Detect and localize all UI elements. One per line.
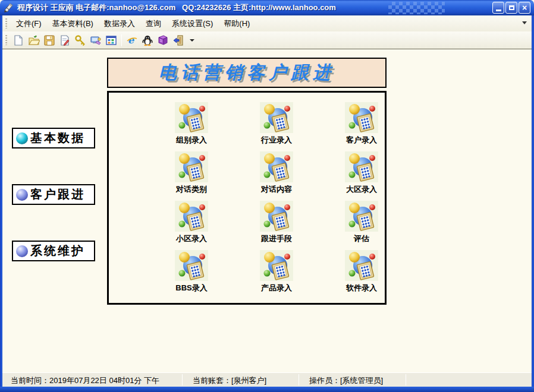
grid-item-label: 对话内容 — [261, 184, 292, 195]
sidebar-button-system-maintenance[interactable]: 系统维护 — [12, 241, 95, 261]
sidebar-button-customer-followup[interactable]: 客户跟进 — [12, 184, 95, 205]
grid-item[interactable]: 软件录入 — [329, 250, 387, 299]
title-bar: 程序设计 王应南 电子邮件:nanhoo@126.com QQ:24232626… — [0, 0, 534, 15]
entry-icon-box — [345, 250, 378, 281]
help-book-icon — [157, 34, 169, 46]
time-label: 当前时间： — [11, 376, 49, 385]
qq-button[interactable] — [140, 33, 155, 48]
save-button[interactable] — [42, 33, 56, 48]
data-entry-icon — [347, 103, 376, 132]
operator-value: [系统管理员] — [340, 376, 383, 385]
system-config-icon — [90, 34, 102, 46]
exit-button[interactable] — [171, 33, 186, 48]
open-folder-button[interactable] — [27, 33, 41, 48]
data-entry-icon — [177, 251, 206, 280]
sidebar-button-label: 系统维护 — [30, 243, 85, 259]
menu-item[interactable]: 查询 — [140, 16, 167, 31]
grid-item[interactable]: 对话类别 — [159, 151, 224, 201]
status-separator — [182, 374, 183, 385]
window-title: 程序设计 王应南 电子邮件:nanhoo@126.com QQ:24232626… — [17, 2, 336, 13]
grid-item-label: BBS录入 — [175, 283, 207, 293]
status-current-time: 当前时间：2019年07月22日 04时01分 下午 — [11, 375, 159, 386]
sphere-icon — [16, 245, 28, 257]
banner: 电话营销客户跟进 — [107, 58, 387, 88]
open-folder-icon — [28, 34, 40, 46]
grid-item[interactable]: 行业录入 — [244, 102, 309, 151]
menu-item[interactable]: 基本资料(B) — [47, 16, 99, 31]
sidebar-button-basic-data[interactable]: 基本数据 — [12, 128, 95, 148]
grid-item[interactable]: 组别录入 — [159, 102, 224, 151]
window-border-left — [0, 13, 2, 392]
browser-button[interactable]: e — [125, 33, 139, 48]
data-entry-icon — [347, 251, 376, 280]
entry-icon-box — [260, 250, 293, 281]
app-window: 程序设计 王应南 电子邮件:nanhoo@126.com QQ:24232626… — [0, 0, 534, 392]
data-entry-icon — [177, 152, 206, 182]
grid-item-label: 评估 — [354, 233, 369, 244]
data-entry-icon — [262, 201, 291, 231]
internet-explorer-icon: e — [126, 34, 138, 46]
maximize-icon — [509, 5, 514, 10]
grid-item-label: 对话类别 — [176, 184, 207, 195]
toolbar-dropdown-arrow-icon[interactable] — [190, 39, 194, 42]
entry-icon-box — [260, 201, 293, 232]
grid-view-button[interactable] — [104, 33, 118, 48]
grid-item[interactable]: BBS录入 — [159, 250, 224, 299]
grid-item-label: 行业录入 — [261, 135, 292, 146]
menu-item[interactable]: 帮助(H) — [218, 16, 255, 31]
grid-item[interactable]: 客户录入 — [329, 102, 387, 151]
sphere-icon — [16, 132, 28, 144]
menu-item[interactable]: 文件(F) — [11, 16, 47, 31]
grid-item[interactable]: 跟进手段 — [244, 201, 309, 250]
menu-bar: 文件(F) 基本资料(B) 数据录入 查询 系统设置(S) 帮助(H) — [2, 15, 532, 31]
grid-item-label: 产品录入 — [261, 283, 292, 293]
entry-icon-box — [260, 102, 293, 133]
key-button[interactable] — [73, 33, 87, 48]
data-entry-icon — [177, 103, 206, 132]
status-operator: 操作员：[系统管理员] — [309, 375, 383, 386]
entry-icon-box — [260, 151, 293, 182]
entry-icon-box — [345, 201, 378, 232]
new-file-icon — [12, 34, 24, 46]
new-file-button[interactable] — [11, 33, 26, 48]
grid-item-label: 客户录入 — [346, 135, 377, 146]
grid-item[interactable]: 大区录入 — [329, 151, 387, 201]
window-border-bottom — [0, 387, 534, 392]
minimize-button[interactable] — [492, 2, 504, 14]
menubar-grip[interactable] — [5, 18, 7, 29]
menu-item[interactable]: 数据录入 — [99, 16, 140, 31]
close-button[interactable]: × — [519, 2, 530, 14]
maximize-button[interactable] — [505, 2, 517, 14]
data-entry-icon — [347, 152, 376, 182]
entry-icon-box — [175, 102, 208, 133]
toolbar-grip[interactable] — [5, 35, 7, 45]
grid-item[interactable]: 评估 — [329, 201, 387, 250]
grid-item[interactable]: 小区录入 — [159, 201, 224, 250]
edit-document-icon — [59, 34, 71, 46]
menu-items-container: 文件(F) 基本资料(B) 数据录入 查询 系统设置(S) 帮助(H) — [11, 16, 255, 31]
edit-document-button[interactable] — [58, 33, 72, 48]
grid-item-label: 软件录入 — [346, 283, 377, 293]
entry-icon-box — [345, 151, 378, 182]
operator-label: 操作员： — [309, 376, 340, 385]
toolbar-separator — [121, 34, 122, 46]
key-icon — [74, 34, 86, 46]
grid-item-label: 跟进手段 — [261, 233, 292, 244]
menu-item[interactable]: 系统设置(S) — [167, 16, 218, 31]
entry-grid-panel: 组别录入 — [107, 91, 387, 305]
exit-icon — [172, 34, 184, 46]
system-config-button[interactable] — [89, 33, 103, 48]
menubar-overflow-arrow-icon[interactable] — [522, 21, 527, 24]
entry-icon-box — [345, 102, 378, 133]
grid-item[interactable]: 对话内容 — [244, 151, 309, 201]
time-value: 2019年07月22日 04时01分 下午 — [49, 376, 159, 385]
grid-view-icon — [105, 34, 117, 46]
data-entry-icon — [177, 201, 206, 231]
app-icon — [4, 2, 14, 13]
grid-item[interactable]: 产品录入 — [244, 250, 309, 299]
status-bar: 当前时间：2019年07月22日 04时01分 下午 当前账套：[泉州客户] 操… — [2, 372, 532, 387]
close-icon: × — [522, 4, 527, 12]
minimize-icon — [496, 10, 501, 11]
help-button[interactable] — [156, 33, 170, 48]
account-label: 当前账套： — [193, 376, 231, 385]
